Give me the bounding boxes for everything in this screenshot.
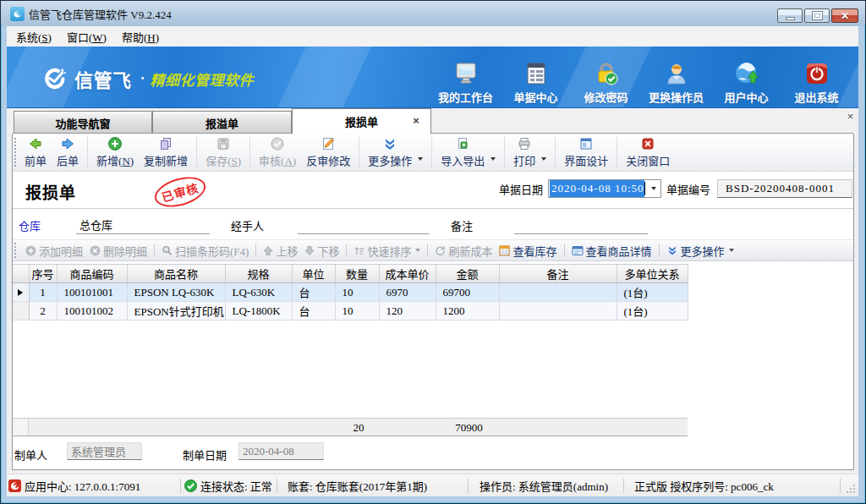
tab-function-nav[interactable]: 功能导航窗 <box>14 111 152 134</box>
toolbar-unaudit[interactable]: 反审修改 <box>301 134 355 171</box>
detail-refresh-cost[interactable]: 刷新成本 <box>431 241 496 260</box>
toolbar-separator <box>196 137 197 167</box>
toolbar-copy-new[interactable]: 复制新增 <box>139 134 193 171</box>
menu-system[interactable]: 系统(S) <box>8 29 59 45</box>
menu-help[interactable]: 帮助(H) <box>114 29 167 45</box>
tabstrip-close-icon[interactable]: × <box>844 110 857 123</box>
toolbar-next-bill[interactable]: 后单 <box>52 134 84 171</box>
tab-damage-bill[interactable]: 报损单× <box>292 108 431 134</box>
detail-move-down[interactable]: 下移 <box>301 241 343 260</box>
detail-view-stock[interactable]: 查看库存 <box>496 241 560 260</box>
detail-move-up[interactable]: 上移 <box>260 241 301 260</box>
cell-unit[interactable]: 台 <box>292 302 335 320</box>
col-header-multiunit[interactable]: 多单位关系 <box>617 265 688 283</box>
cell-remark[interactable] <box>499 302 617 320</box>
detail-quick-sort[interactable]: 快速排序 <box>350 241 424 260</box>
menu-window[interactable]: 窗口(W) <box>59 29 114 45</box>
cell-spec[interactable]: LQ-630K <box>225 283 292 302</box>
detail-delete-row[interactable]: 删除明细 <box>86 241 151 260</box>
status-account-set: 账套: 仓库账套(2017年第1期) <box>288 474 427 496</box>
detail-more-actions[interactable]: 更多操作 <box>663 241 737 260</box>
add-row-icon <box>25 245 36 256</box>
toolbar-separator <box>87 137 88 167</box>
cell-cost[interactable]: 6970 <box>379 283 436 302</box>
cell-remark[interactable] <box>499 283 617 302</box>
cell-seq[interactable]: 1 <box>29 283 57 302</box>
row-selector[interactable] <box>13 283 29 302</box>
minimize-button[interactable] <box>777 8 803 23</box>
banner-action-workbench[interactable]: 我的工作台 <box>430 47 501 105</box>
col-header-unit[interactable]: 单位 <box>292 265 335 283</box>
toolbar-label: 后单 <box>57 152 79 168</box>
warehouse-value[interactable]: 总仓库 <box>79 216 112 233</box>
add-circle-icon <box>107 135 123 151</box>
move-down-icon <box>304 245 315 256</box>
import-export-dropdown[interactable] <box>490 134 501 171</box>
toolbar-print[interactable]: 打印 <box>508 134 540 171</box>
detail-toolbar-grip[interactable] <box>14 243 17 258</box>
col-header-amount[interactable]: 金额 <box>436 265 499 283</box>
close-button[interactable]: ✕ <box>831 8 858 23</box>
items-grid: 序号 商品编码 商品名称 规格 单位 数量 成本单价 金额 备注 多单位关系 <box>13 264 688 436</box>
more-actions-dropdown[interactable] <box>417 134 428 171</box>
table-row[interactable]: 2 100101002 EPSON针式打印机 LQ-1800K 台 10 120… <box>13 302 688 320</box>
detail-barcode-scan[interactable]: 扫描条形码(F4) <box>158 241 252 260</box>
toolbar-save[interactable]: 保存(S) <box>200 134 246 171</box>
cell-multiunit[interactable]: (1台) <box>617 283 688 302</box>
col-header-code[interactable]: 商品编码 <box>57 265 127 283</box>
print-dropdown[interactable] <box>540 134 551 171</box>
col-header-spec[interactable]: 规格 <box>225 265 292 283</box>
maximize-button[interactable] <box>804 8 830 23</box>
toolbar-label: 打印 <box>513 152 535 168</box>
toolbar-import-export[interactable]: 导入导出 <box>436 134 490 171</box>
cell-code[interactable]: 100101002 <box>57 302 127 320</box>
cell-cost[interactable]: 120 <box>379 302 436 320</box>
quick-sort-icon <box>354 245 364 256</box>
cell-name[interactable]: EPSON针式打印机 <box>127 302 225 320</box>
detail-view-product[interactable]: 查看商品详情 <box>568 241 655 260</box>
toolbar-new[interactable]: 新增(N) <box>91 134 139 171</box>
table-row[interactable]: 1 100101001 EPSON LQ-630K LQ-630K 台 10 6… <box>13 283 688 302</box>
bill-date-dropdown[interactable] <box>649 180 660 197</box>
col-header-remark[interactable]: 备注 <box>499 265 617 283</box>
toolbar-audit[interactable]: 审核(A) <box>254 134 301 171</box>
cell-qty[interactable]: 10 <box>335 283 379 302</box>
tab-overflow-bill[interactable]: 报溢单 <box>152 111 292 134</box>
copy-icon <box>158 135 173 151</box>
form-title: 报损单 <box>25 180 76 203</box>
toolbar-grip[interactable] <box>14 138 18 167</box>
toolbar-close-window[interactable]: 关闭窗口 <box>621 134 675 171</box>
banner-action-change-password[interactable]: 修改密码 <box>571 47 641 105</box>
banner-action-user-center[interactable]: 用户中心 <box>711 47 781 105</box>
cell-multiunit[interactable]: (1台) <box>617 302 688 320</box>
toolbar-separator <box>359 137 359 167</box>
toolbar-more-actions[interactable]: 更多操作 <box>363 134 417 171</box>
resize-grip[interactable] <box>846 484 856 494</box>
col-header-seq[interactable]: 序号 <box>29 265 57 283</box>
banner-action-bill-center[interactable]: 单据中心 <box>501 47 571 105</box>
col-header-cost[interactable]: 成本单价 <box>379 265 436 283</box>
bill-date-input[interactable]: 2020-04-08 10:50 <box>548 179 661 198</box>
detail-label: 更多操作 <box>681 243 725 259</box>
cell-amount[interactable]: 69700 <box>436 283 499 302</box>
col-header-qty[interactable]: 数量 <box>335 265 379 283</box>
banner-action-exit-system[interactable]: 退出系统 <box>781 47 852 105</box>
detail-add-row[interactable]: 添加明细 <box>22 241 86 260</box>
status-connection: 连接状态: 正常 <box>184 474 272 496</box>
cell-name[interactable]: EPSON LQ-630K <box>127 283 225 302</box>
cell-unit[interactable]: 台 <box>292 283 335 302</box>
connected-icon <box>184 479 197 492</box>
cell-seq[interactable]: 2 <box>29 302 57 320</box>
cell-qty[interactable]: 10 <box>335 302 379 320</box>
row-selector[interactable] <box>13 302 29 320</box>
tab-close-icon[interactable]: × <box>410 115 422 127</box>
toolbar-separator <box>431 137 432 167</box>
cell-spec[interactable]: LQ-1800K <box>225 302 292 320</box>
banner-action-switch-operator[interactable]: 更换操作员 <box>641 47 711 105</box>
cell-code[interactable]: 100101001 <box>57 283 127 302</box>
cell-amount[interactable]: 1200 <box>436 302 499 320</box>
col-header-name[interactable]: 商品名称 <box>127 265 225 283</box>
toolbar-prev-bill[interactable]: 前单 <box>19 134 52 171</box>
toolbar-label: 前单 <box>25 152 47 168</box>
toolbar-ui-design[interactable]: 界面设计 <box>559 134 613 171</box>
